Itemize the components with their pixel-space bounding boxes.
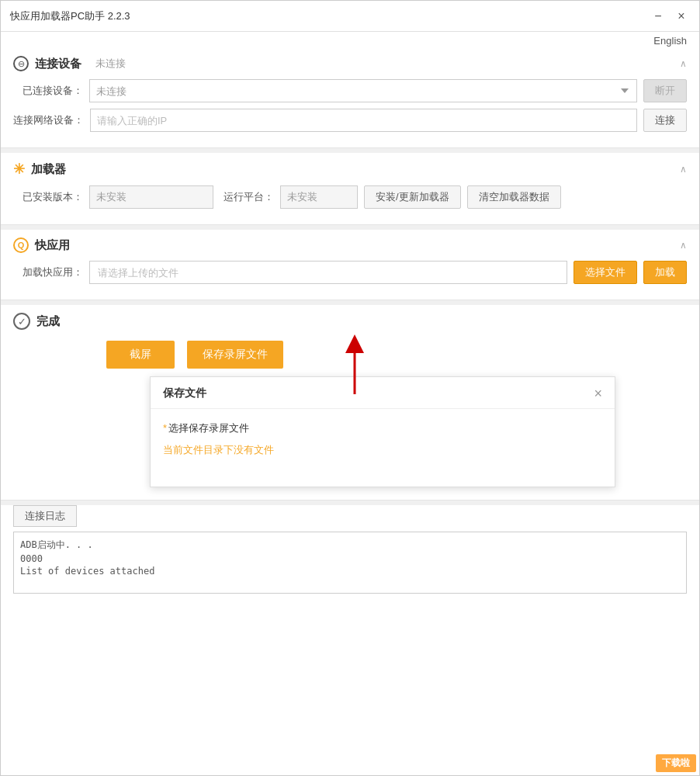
loader-installed-input bbox=[89, 185, 213, 209]
connect-icon: ⊖ bbox=[13, 56, 29, 71]
screenshot-button[interactable]: 截屏 bbox=[106, 341, 175, 369]
log-line-2: 0000 bbox=[20, 553, 680, 564]
loader-platform-label: 运行平台： bbox=[220, 190, 274, 204]
quickapp-section-title: 快应用 bbox=[35, 238, 70, 253]
network-device-row: 连接网络设备： 连接 bbox=[13, 109, 687, 132]
connect-collapse-icon[interactable]: ∧ bbox=[680, 58, 687, 69]
log-line-3: List of devices attached bbox=[20, 566, 680, 577]
quickapp-section: Q 快应用 ∧ 加载快应用： 选择文件 加载 bbox=[1, 230, 699, 300]
connected-device-label: 已连接设备： bbox=[13, 84, 83, 98]
complete-icon: ✓ bbox=[13, 313, 30, 330]
connect-section: ⊖ 连接设备 未连接 ∧ 已连接设备： 未连接 断开 连接网络设备： 连接 bbox=[1, 48, 699, 148]
dialog-body: *选择保存录屏文件 当前文件目录下没有文件 bbox=[151, 409, 615, 487]
quickapp-icon: Q bbox=[13, 237, 29, 253]
dialog-title: 保存文件 bbox=[163, 386, 206, 400]
required-mark: * bbox=[163, 422, 167, 434]
connect-status: 未连接 bbox=[95, 57, 126, 71]
dialog-empty-tip: 当前文件目录下没有文件 bbox=[163, 443, 602, 457]
quickapp-title-group: Q 快应用 bbox=[13, 237, 70, 253]
load-quickapp-label: 加载快应用： bbox=[13, 265, 83, 279]
load-quickapp-row: 加载快应用： 选择文件 加载 bbox=[13, 261, 687, 284]
quickapp-file-input[interactable] bbox=[89, 261, 567, 284]
load-quickapp-button[interactable]: 加载 bbox=[643, 261, 687, 284]
dialog-close-button[interactable]: × bbox=[594, 386, 602, 400]
select-file-button[interactable]: 选择文件 bbox=[574, 261, 637, 284]
dialog-section-label: *选择保存录屏文件 bbox=[163, 421, 602, 435]
install-loader-button[interactable]: 安装/更新加载器 bbox=[364, 185, 461, 209]
log-tab[interactable]: 连接日志 bbox=[13, 505, 77, 527]
loader-platform-input bbox=[280, 185, 358, 209]
minimize-button[interactable]: − bbox=[650, 8, 667, 25]
network-ip-input[interactable] bbox=[90, 109, 637, 132]
connect-section-title: 连接设备 bbox=[35, 57, 81, 71]
save-record-button[interactable]: 保存录屏文件 bbox=[187, 341, 283, 369]
window-title: 快应用加载器PC助手 2.2.3 bbox=[10, 9, 130, 23]
close-button[interactable]: × bbox=[673, 8, 690, 25]
loader-info-row: 已安装版本： 运行平台： 安装/更新加载器 清空加载器数据 bbox=[13, 185, 687, 209]
title-bar-controls: − × bbox=[650, 8, 690, 25]
connect-section-header: ⊖ 连接设备 未连接 ∧ bbox=[13, 56, 687, 71]
loader-collapse-icon[interactable]: ∧ bbox=[680, 164, 687, 175]
loader-title-group: ✳ 加载器 bbox=[13, 161, 66, 178]
network-device-label: 连接网络设备： bbox=[13, 113, 84, 127]
language-row: English bbox=[1, 32, 699, 48]
connected-device-select[interactable]: 未连接 bbox=[89, 79, 637, 102]
complete-header: ✓ 完成 bbox=[13, 313, 687, 330]
main-window: 快应用加载器PC助手 2.2.3 − × English ⊖ 连接设备 未连接 … bbox=[0, 0, 700, 776]
connected-device-row: 已连接设备： 未连接 断开 bbox=[13, 79, 687, 102]
loader-installed-label: 已安装版本： bbox=[13, 190, 83, 204]
arrow-indicator bbox=[308, 336, 401, 398]
clear-loader-button[interactable]: 清空加载器数据 bbox=[467, 185, 561, 209]
complete-title: 完成 bbox=[36, 314, 60, 329]
language-link[interactable]: English bbox=[653, 35, 687, 47]
log-line-1: ADB启动中. . . bbox=[20, 539, 680, 552]
log-section: 连接日志 ADB启动中. . . 0000 List of devices at… bbox=[1, 505, 699, 775]
connect-title-group: ⊖ 连接设备 未连接 bbox=[13, 56, 126, 71]
loader-section-title: 加载器 bbox=[31, 162, 66, 177]
quickapp-section-header: Q 快应用 ∧ bbox=[13, 237, 687, 253]
log-content: ADB启动中. . . 0000 List of devices attache… bbox=[13, 532, 687, 594]
title-bar: 快应用加载器PC助手 2.2.3 − × bbox=[1, 1, 699, 32]
quickapp-collapse-icon[interactable]: ∧ bbox=[680, 240, 687, 251]
connect-button[interactable]: 连接 bbox=[643, 109, 687, 132]
complete-section: ✓ 完成 截屏 保存录屏文件 保存文件 × bbox=[1, 305, 699, 501]
loader-section: ✳ 加载器 ∧ 已安装版本： 运行平台： 安装/更新加载器 清空加载器数据 bbox=[1, 153, 699, 225]
loader-section-header: ✳ 加载器 ∧ bbox=[13, 161, 687, 178]
loader-icon: ✳ bbox=[13, 161, 25, 178]
disconnect-button[interactable]: 断开 bbox=[643, 79, 687, 102]
